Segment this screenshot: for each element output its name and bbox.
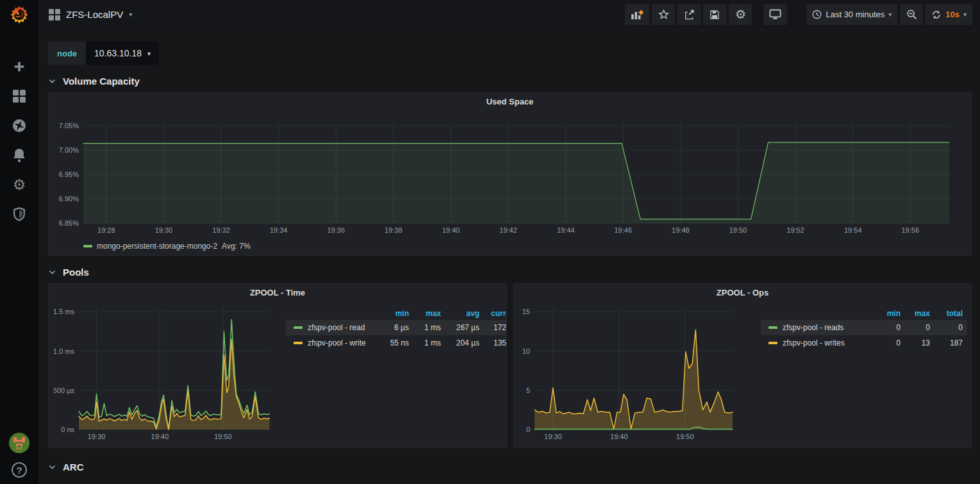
legend-row-writes[interactable]: zfspv-pool - writes 0 13 187 xyxy=(761,335,967,351)
refresh-caret-icon: ▾ xyxy=(963,11,967,18)
dashboard-title: ZFS-LocalPV xyxy=(66,9,123,20)
legend-header-row: min max total xyxy=(761,307,967,320)
time-range-picker[interactable]: Last 30 minutes ▾ xyxy=(806,4,897,25)
series-label: mongo-persistent-storage-mongo-2 xyxy=(97,242,217,251)
zpool-ops-legend-table: min max total zfspv-pool - reads 0 0 0 xyxy=(761,307,967,442)
configuration-gear-icon[interactable]: ⚙ xyxy=(12,177,27,192)
star-button[interactable] xyxy=(652,4,675,25)
zpool-ops-graph[interactable]: 19:3019:4019:50051015 xyxy=(519,301,761,444)
legend-header-row: min max avg current xyxy=(286,307,506,320)
dashboard-squares-icon xyxy=(49,9,60,21)
add-panel-button[interactable] xyxy=(625,4,649,25)
svg-text:19:40: 19:40 xyxy=(151,433,169,440)
svg-text:19:30: 19:30 xyxy=(544,433,562,440)
panel-title[interactable]: Used Space xyxy=(49,93,971,110)
cycle-view-button[interactable] xyxy=(763,4,787,25)
panel-used-space: Used Space 19:2819:3019:3219:3419:3619:3… xyxy=(48,92,972,256)
svg-text:19:46: 19:46 xyxy=(614,226,632,234)
used-space-graph[interactable]: 19:2819:3019:3219:3419:3619:3819:4019:42… xyxy=(54,110,966,235)
save-button[interactable] xyxy=(703,4,726,25)
zoom-out-button[interactable] xyxy=(900,4,923,25)
chevron-down-icon xyxy=(48,268,56,276)
series-swatch-green xyxy=(83,245,92,247)
title-caret-icon: ▾ xyxy=(129,11,132,18)
col-min: min xyxy=(382,307,414,320)
svg-text:19:40: 19:40 xyxy=(442,226,460,234)
col-total: total xyxy=(935,307,967,320)
svg-text:19:30: 19:30 xyxy=(88,433,106,440)
used-space-legend[interactable]: mongo-persistent-storage-mongo-2 Avg: 7% xyxy=(83,242,251,251)
chevron-down-icon xyxy=(48,463,56,471)
panel-title[interactable]: ZPOOL - Ops xyxy=(514,284,971,301)
variable-caret-icon: ▾ xyxy=(147,50,151,57)
row-pools[interactable]: Pools xyxy=(48,262,972,281)
chevron-down-icon xyxy=(48,77,56,85)
svg-text:6.95%: 6.95% xyxy=(59,171,79,178)
explore-compass-icon[interactable] xyxy=(12,118,27,133)
sidebar-menu: ⚙ xyxy=(12,59,27,222)
col-max: max xyxy=(414,307,446,320)
svg-text:1.0 ms: 1.0 ms xyxy=(54,347,74,355)
svg-text:7.00%: 7.00% xyxy=(59,146,79,154)
svg-text:0: 0 xyxy=(526,426,530,433)
svg-text:5: 5 xyxy=(526,387,530,394)
series-avg-value: Avg: 7% xyxy=(222,242,250,251)
help-icon[interactable]: ? xyxy=(12,462,27,478)
sidebar: ⚙ ? xyxy=(0,0,38,484)
svg-text:19:32: 19:32 xyxy=(212,226,230,234)
time-caret-icon: ▾ xyxy=(888,11,892,18)
series-swatch-green xyxy=(768,326,777,329)
svg-text:19:30: 19:30 xyxy=(155,226,173,234)
svg-text:19:38: 19:38 xyxy=(385,226,403,234)
dashboard-settings-button[interactable]: ⚙ xyxy=(729,4,752,25)
svg-text:15: 15 xyxy=(522,308,530,315)
navbar-actions: ⚙ Last 30 minutes ▾ xyxy=(622,4,972,25)
variable-value-dropdown[interactable]: 10.63.10.18 ▾ xyxy=(86,42,159,65)
series-swatch-yellow xyxy=(768,342,777,344)
refresh-picker[interactable]: 10s ▾ xyxy=(926,4,972,25)
row-title: Volume Capacity xyxy=(63,76,140,87)
create-plus-icon[interactable] xyxy=(12,59,27,74)
svg-text:7.05%: 7.05% xyxy=(59,122,79,129)
variable-label-node: node xyxy=(48,42,86,65)
legend-row-write[interactable]: zfspv-pool - write 55 ns 1 ms 204 µs 135 xyxy=(286,335,506,351)
svg-text:19:50: 19:50 xyxy=(214,433,232,440)
svg-text:19:40: 19:40 xyxy=(610,433,628,440)
refresh-icon xyxy=(931,10,942,20)
svg-text:19:56: 19:56 xyxy=(902,226,920,234)
svg-text:19:28: 19:28 xyxy=(97,226,115,234)
dashboard-content: node 10.63.10.18 ▾ Volume Capacity Used … xyxy=(38,29,980,484)
svg-text:19:34: 19:34 xyxy=(270,226,288,234)
time-range-label: Last 30 minutes xyxy=(826,10,884,19)
col-current: current xyxy=(485,307,506,320)
grafana-logo-icon[interactable] xyxy=(8,4,30,26)
svg-text:0 ns: 0 ns xyxy=(61,426,74,433)
grafana-dashboard: ⚙ ? xyxy=(0,0,980,484)
row-title: Pools xyxy=(63,267,89,278)
svg-text:6.90%: 6.90% xyxy=(59,195,79,203)
col-avg: avg xyxy=(446,307,485,320)
alerting-bell-icon[interactable] xyxy=(12,147,27,163)
panel-zpool-time: ZPOOL - Time 19:3019:4019:500 ns500 µs1.… xyxy=(48,283,507,448)
dashboards-icon[interactable] xyxy=(12,88,27,104)
svg-text:19:42: 19:42 xyxy=(499,226,517,234)
template-variables: node 10.63.10.18 ▾ xyxy=(48,42,972,65)
series-swatch-green xyxy=(294,326,303,329)
share-button[interactable] xyxy=(677,4,701,25)
server-admin-shield-icon[interactable] xyxy=(12,206,27,222)
svg-text:19:36: 19:36 xyxy=(327,226,345,234)
legend-row-read[interactable]: zfspv-pool - read 6 µs 1 ms 267 µs 172 xyxy=(286,320,506,335)
zpool-time-graph[interactable]: 19:3019:4019:500 ns500 µs1.0 ms1.5 ms xyxy=(54,301,286,444)
panel-title[interactable]: ZPOOL - Time xyxy=(49,284,506,301)
svg-text:19:48: 19:48 xyxy=(672,226,690,234)
svg-text:19:52: 19:52 xyxy=(786,226,804,234)
pools-panel-row: ZPOOL - Time 19:3019:4019:500 ns500 µs1.… xyxy=(48,283,972,448)
legend-row-reads[interactable]: zfspv-pool - reads 0 0 0 xyxy=(761,320,967,335)
user-avatar[interactable] xyxy=(9,433,29,453)
svg-text:500 µs: 500 µs xyxy=(54,387,74,394)
clock-icon xyxy=(812,10,822,19)
row-arc[interactable]: ARC xyxy=(48,457,972,476)
row-volume-capacity[interactable]: Volume Capacity xyxy=(48,71,972,90)
dashboard-title-group[interactable]: ZFS-LocalPV ▾ xyxy=(49,9,132,21)
variable-value: 10.63.10.18 xyxy=(94,48,142,58)
